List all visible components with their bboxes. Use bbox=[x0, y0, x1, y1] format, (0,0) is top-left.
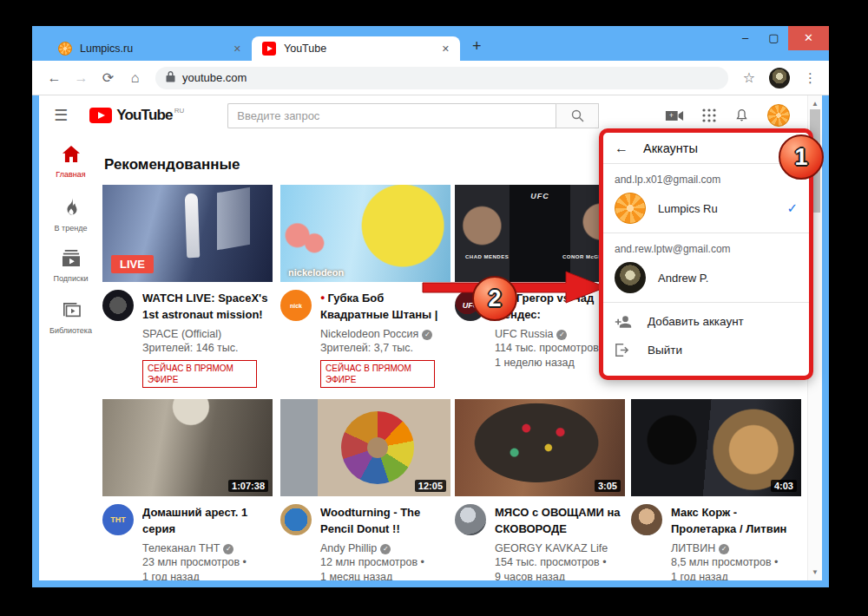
video-title[interactable]: Макс Корж - Пролетарка / Литвин версия. bbox=[671, 504, 799, 537]
sidebar-item-subscriptions[interactable]: Подписки bbox=[39, 250, 102, 283]
tab-youtube[interactable]: YouTube ✕ bbox=[252, 36, 460, 61]
scroll-up-icon[interactable]: ▲ bbox=[808, 100, 822, 108]
account-email: and.lp.x01@gmail.com bbox=[615, 168, 798, 188]
home-icon[interactable]: ⌂ bbox=[122, 70, 148, 86]
video-thumbnail[interactable]: 4:03 bbox=[631, 399, 801, 496]
sidebar-item-trending[interactable]: В тренде bbox=[39, 198, 102, 233]
search-button[interactable] bbox=[556, 103, 599, 128]
tab-lumpics[interactable]: Lumpics.ru ✕ bbox=[48, 36, 252, 61]
lumpics-favicon-icon bbox=[58, 42, 72, 56]
section-title: Рекомендованные bbox=[104, 156, 240, 174]
toolbar-right: ☆ ⋮ bbox=[743, 68, 817, 88]
channel-name[interactable]: GEORGY KAVKAZ Life bbox=[495, 541, 623, 555]
video-card[interactable]: 1:07:38 ТНТ Домашний арест. 1 серия Теле… bbox=[102, 399, 273, 580]
video-views: 8,5 млн просмотров • bbox=[671, 555, 799, 570]
channel-avatar[interactable] bbox=[455, 504, 486, 535]
browser-profile-avatar[interactable] bbox=[769, 68, 790, 88]
youtube-logo[interactable]: YouTube RU bbox=[89, 107, 184, 124]
channel-name[interactable]: Nickelodeon Россия✓ bbox=[320, 327, 449, 341]
video-duration: 4:03 bbox=[771, 480, 797, 492]
apps-grid-icon[interactable] bbox=[702, 108, 716, 122]
url-text[interactable]: youtube.com bbox=[182, 71, 247, 84]
video-views: 154 тыс. просмотров • bbox=[495, 555, 623, 570]
lock-icon bbox=[166, 70, 175, 86]
subscriptions-icon bbox=[62, 250, 81, 267]
account-row-andrew[interactable]: Andrew P. bbox=[615, 258, 798, 298]
account-avatar[interactable] bbox=[767, 104, 790, 127]
video-title[interactable]: Woodturning - The Pencil Donut !! bbox=[320, 504, 449, 537]
verified-icon: ✓ bbox=[223, 544, 233, 554]
back-arrow-icon[interactable]: ← bbox=[615, 141, 628, 156]
tab-close-icon[interactable]: ✕ bbox=[233, 43, 241, 55]
channel-avatar[interactable] bbox=[102, 290, 134, 321]
live-now-badge: СЕЙЧАС В ПРЯМОМ ЭФИРЕ bbox=[320, 360, 435, 388]
account-name: Lumpics Ru bbox=[658, 202, 718, 215]
selected-check-icon: ✓ bbox=[786, 200, 798, 216]
search-area bbox=[227, 103, 599, 128]
verified-icon: ✓ bbox=[380, 544, 391, 554]
video-duration: 1:07:38 bbox=[228, 480, 268, 492]
browser-toolbar: ← → ⟳ ⌂ youtube.com ☆ ⋮ bbox=[32, 61, 829, 95]
channel-avatar[interactable] bbox=[631, 504, 662, 535]
scroll-down-icon[interactable]: ▼ bbox=[808, 568, 822, 576]
window-controls: – ▢ ✕ bbox=[731, 26, 829, 50]
video-title[interactable]: МЯСО с ОВОЩАМИ на СКОВОРОДЕ bbox=[495, 504, 623, 537]
address-bar[interactable]: youtube.com bbox=[155, 67, 728, 89]
channel-avatar[interactable]: nick bbox=[280, 290, 312, 321]
channel-avatar[interactable]: ТНТ bbox=[102, 504, 134, 535]
bookmark-star-icon[interactable]: ☆ bbox=[743, 69, 755, 86]
video-card[interactable]: LIVE WATCH LIVE: SpaceX's 1st astronaut … bbox=[102, 185, 273, 388]
account-name: Andrew P. bbox=[658, 272, 708, 285]
account-email: and.rew.lptw@gmail.com bbox=[615, 238, 798, 258]
video-thumbnail[interactable]: LIVE bbox=[102, 185, 273, 282]
add-account-button[interactable]: Добавить аккаунт bbox=[603, 307, 809, 336]
forward-icon[interactable]: → bbox=[68, 70, 95, 86]
channel-name[interactable]: SPACE (Official) bbox=[142, 327, 271, 341]
youtube-favicon-icon bbox=[262, 42, 276, 56]
channel-name[interactable]: Телеканал ТНТ✓ bbox=[142, 541, 271, 555]
video-duration: 3:05 bbox=[595, 480, 621, 492]
channel-watermark: nickelodeon bbox=[288, 267, 344, 278]
tab-close-icon[interactable]: ✕ bbox=[442, 43, 450, 55]
sidebar-item-library[interactable]: Библиотека bbox=[39, 302, 102, 335]
video-card[interactable]: 3:05 МЯСО с ОВОЩАМИ на СКОВОРОДЕ GEORGY … bbox=[455, 399, 625, 580]
notifications-bell-icon[interactable] bbox=[734, 108, 749, 123]
youtube-play-icon bbox=[89, 108, 112, 123]
annotation-step-1: 1 bbox=[779, 134, 824, 180]
video-age: 9 часов назад bbox=[495, 570, 623, 580]
channel-avatar[interactable] bbox=[280, 504, 312, 535]
video-thumbnail[interactable]: 1:07:38 bbox=[102, 399, 273, 496]
tab-label: YouTube bbox=[284, 43, 442, 55]
fire-icon bbox=[63, 198, 79, 217]
sign-out-button[interactable]: Выйти bbox=[603, 336, 809, 364]
search-input[interactable] bbox=[227, 103, 556, 128]
channel-name[interactable]: Andy Phillip✓ bbox=[320, 541, 449, 555]
verified-icon: ✓ bbox=[422, 330, 432, 340]
sidebar-item-home[interactable]: Главная bbox=[39, 146, 102, 179]
close-button[interactable]: ✕ bbox=[788, 26, 829, 50]
video-card[interactable]: 4:03 Макс Корж - Пролетарка / Литвин вер… bbox=[631, 399, 801, 580]
video-title[interactable]: WATCH LIVE: SpaceX's 1st astronaut missi… bbox=[142, 290, 271, 323]
annotation-step-2: 2 bbox=[472, 276, 517, 321]
video-thumbnail[interactable]: 12:05 bbox=[280, 399, 450, 496]
video-views: Зрителей: 146 тыс. bbox=[142, 341, 271, 356]
back-icon[interactable]: ← bbox=[41, 70, 68, 86]
account-avatar bbox=[615, 193, 646, 224]
new-tab-button[interactable]: + bbox=[472, 37, 482, 56]
youtube-logo-text: YouTube bbox=[116, 107, 173, 124]
maximize-button[interactable]: ▢ bbox=[760, 26, 788, 50]
account-row-lumpics[interactable]: Lumpics Ru ✓ bbox=[615, 188, 798, 228]
hamburger-menu-icon[interactable]: ☰ bbox=[54, 106, 68, 125]
minimize-button[interactable]: – bbox=[731, 26, 760, 50]
video-thumbnail[interactable]: 3:05 bbox=[455, 399, 625, 496]
video-card[interactable]: 12:05 Woodturning - The Pencil Donut !! … bbox=[280, 399, 450, 580]
create-video-icon[interactable]: + bbox=[665, 109, 684, 122]
video-title[interactable]: Домашний арест. 1 серия bbox=[142, 504, 271, 537]
video-views: 12 млн просмотров • bbox=[320, 555, 449, 570]
browser-menu-icon[interactable]: ⋮ bbox=[804, 70, 817, 86]
video-age: 1 год назад bbox=[142, 570, 271, 580]
verified-icon: ✓ bbox=[556, 330, 567, 340]
header-icons: + bbox=[665, 104, 790, 127]
channel-name[interactable]: ЛИТВИН✓ bbox=[671, 541, 799, 555]
reload-icon[interactable]: ⟳ bbox=[95, 69, 122, 86]
